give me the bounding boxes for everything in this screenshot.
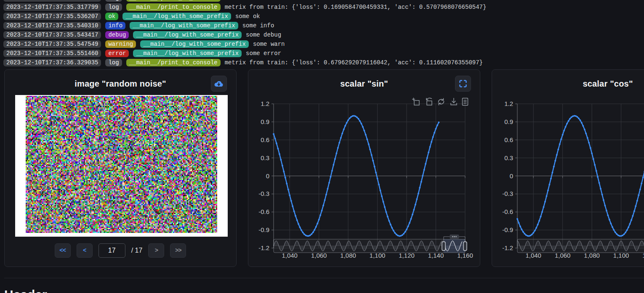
log-timestamp: 2023-12-10T17:37:35.536207	[3, 13, 101, 20]
y-axis-label: 0	[510, 172, 513, 179]
noise-image-frame	[15, 95, 228, 237]
y-axis-label: -0.9	[502, 226, 513, 233]
log-timestamp: 2023-12-10T17:37:36.329035	[3, 59, 101, 66]
log-timestamp: 2023-12-10T17:37:35.543417	[3, 31, 101, 39]
random-noise-image	[26, 96, 217, 233]
log-message: some error	[246, 50, 281, 57]
x-axis-label: 1,100	[613, 252, 629, 259]
log-level-badge: log	[105, 59, 122, 66]
y-axis-label: 0.3	[504, 154, 513, 161]
log-message: some ok	[235, 13, 260, 20]
log-row: 2023-12-10T17:37:35.543417debug__main__/…	[3, 31, 486, 39]
log-level-badge: log	[105, 3, 122, 11]
x-axis-label: 1,080	[340, 252, 356, 259]
datazoom-left-handle[interactable]	[442, 242, 445, 251]
image-card-title: image "random noise"	[5, 79, 236, 89]
y-axis-label: -0.9	[258, 226, 269, 233]
log-source-badge: __main__/log_with_some_prefix	[140, 40, 249, 48]
fullscreen-icon	[459, 80, 467, 87]
log-source-badge: __main__/print_to_console	[126, 59, 221, 66]
log-timestamp: 2023-12-10T17:37:35.317799	[3, 3, 101, 11]
y-axis-label: 0.3	[261, 154, 269, 161]
y-axis-label: 0.9	[261, 118, 269, 125]
y-axis-label: -0.6	[502, 208, 513, 215]
page-total-label: / 17	[131, 247, 143, 254]
restore-icon[interactable]	[438, 98, 444, 106]
x-axis-label: 1,060	[311, 252, 327, 259]
cards-row: image "random noise" << < / 17 > >> scal…	[4, 69, 644, 267]
y-axis-label: -1.2	[258, 244, 269, 251]
log-level-badge: info	[105, 22, 125, 29]
scalar-sin-card: scalar "sin" 1.20.90.60.30-0.3-0.6-0.9-1…	[248, 69, 480, 267]
log-timestamp: 2023-12-10T17:37:35.540310	[3, 22, 101, 29]
y-axis-label: -0.3	[502, 190, 513, 197]
y-axis-label: 0.9	[504, 118, 513, 125]
log-row: 2023-12-10T17:37:35.547549warning__main_…	[3, 40, 486, 48]
log-row: 2023-12-10T17:37:35.317799log__main__/pr…	[3, 3, 486, 11]
log-console: 2023-12-10T17:37:35.317799log__main__/pr…	[3, 0, 486, 66]
log-message: some debug	[246, 32, 281, 38]
log-source-badge: __main__/print_to_console	[126, 3, 221, 11]
x-axis-label: 1,040	[282, 252, 298, 259]
log-row: 2023-12-10T17:37:35.317799log__main__/pr…	[3, 0, 486, 2]
log-message: some info	[242, 22, 274, 29]
x-axis-label: 1,080	[584, 252, 600, 259]
last-page-button[interactable]: >>	[170, 243, 186, 258]
y-axis-label: 0	[266, 172, 269, 179]
log-level-badge: debug	[105, 31, 129, 39]
log-source-badge: __main__/log_with_some_prefix	[130, 22, 238, 29]
cloud-download-icon	[214, 79, 224, 88]
x-axis-label: 1,060	[555, 252, 571, 259]
log-row: 2023-12-10T17:37:35.540310info__main__/l…	[3, 22, 486, 29]
log-timestamp: 2023-12-10T17:37:35.551460	[3, 50, 101, 57]
log-level-badge: warning	[105, 40, 136, 48]
image-card: image "random noise" << < / 17 > >>	[4, 69, 237, 267]
log-message: some warn	[253, 41, 285, 48]
cos-chart[interactable]: 1.20.90.60.30-0.3-0.6-0.9-1.21,0401,0601…	[492, 98, 644, 267]
x-axis-label: 1,160	[457, 252, 473, 259]
next-page-button[interactable]: >	[148, 243, 164, 258]
x-axis-label: 1,120	[399, 252, 415, 259]
log-row: 2023-12-10T17:37:36.329035log__main__/pr…	[3, 59, 486, 66]
log-source-badge: __main__/log_with_some_prefix	[133, 50, 242, 57]
y-axis-label: 1.2	[504, 100, 513, 107]
log-timestamp: 2023-12-10T17:37:35.317799	[3, 0, 101, 2]
y-axis-label: 1.2	[261, 100, 269, 107]
download-image-button[interactable]	[211, 76, 227, 92]
fullscreen-sin-button[interactable]	[455, 76, 471, 92]
page-number-input[interactable]	[98, 243, 125, 258]
y-axis-label: -0.3	[258, 190, 269, 197]
x-axis-label: 1,140	[428, 252, 444, 259]
y-axis-label: -1.2	[502, 244, 513, 251]
sin-chart[interactable]: 1.20.90.60.30-0.3-0.6-0.9-1.21,0401,0601…	[248, 98, 481, 267]
y-axis-label: 0.6	[504, 136, 513, 143]
datazoom-right-handle[interactable]	[463, 242, 467, 251]
sin-card-title: scalar "sin"	[248, 79, 480, 89]
log-level-badge: error	[105, 50, 129, 57]
x-axis-label: 1,100	[370, 252, 386, 259]
prev-page-button[interactable]: <	[77, 243, 93, 258]
y-axis-label: -0.6	[258, 208, 269, 215]
x-axis-label: 1,120	[642, 252, 644, 259]
cos-card-title: scalar "cos"	[492, 79, 644, 89]
first-page-button[interactable]: <<	[55, 243, 71, 258]
log-source-badge: __main__/log_with_some_prefix	[133, 31, 242, 39]
log-message: metrix from train: {'loss': 0.1690584700…	[225, 4, 487, 11]
log-source-badge: __main__/log_with_some_prefix	[122, 13, 231, 20]
section-heading: Header	[4, 288, 47, 293]
log-level-badge: log	[105, 0, 122, 2]
log-source-badge: __main__/print_to_console	[126, 0, 221, 2]
section-divider	[4, 278, 644, 278]
log-row: 2023-12-10T17:37:35.536207ok__main__/log…	[3, 13, 486, 20]
log-level-badge: ok	[105, 13, 118, 20]
log-message: metrix from train: {'loss': 0.6796292079…	[225, 59, 483, 66]
x-axis-label: 1,040	[525, 252, 541, 259]
y-axis-label: 0.6	[261, 136, 269, 143]
scalar-cos-card: scalar "cos" 1.20.90.60.30-0.3-0.6-0.9-1…	[492, 69, 644, 267]
log-row: 2023-12-10T17:37:35.551460error__main__/…	[3, 50, 486, 57]
log-timestamp: 2023-12-10T17:37:35.547549	[3, 40, 101, 48]
image-pagination: << < / 17 > >>	[5, 243, 236, 258]
